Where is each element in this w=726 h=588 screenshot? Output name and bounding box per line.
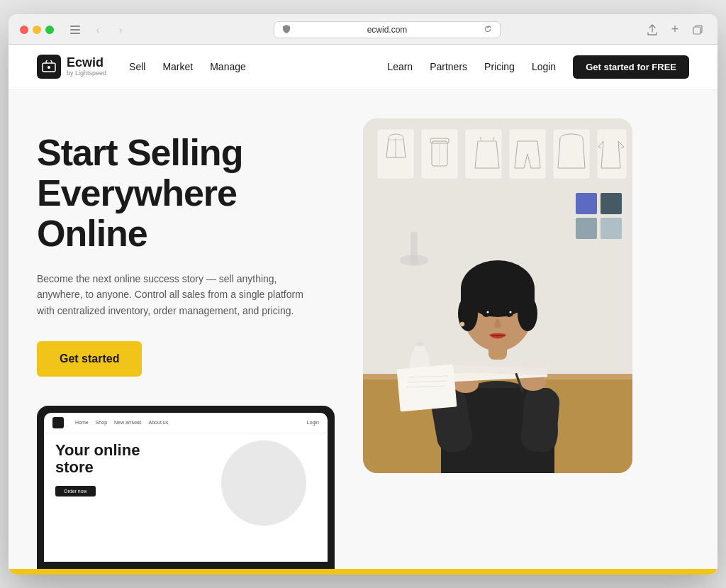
browser-window: ‹ › ecwid.com — [9, 14, 717, 575]
forward-button[interactable]: › — [111, 22, 130, 38]
nav-get-started-button[interactable]: Get started for FREE — [573, 55, 689, 79]
hero-section: Start Selling Everywhere Online Become t… — [9, 90, 717, 569]
svg-rect-2 — [70, 33, 80, 34]
svg-rect-20 — [601, 193, 622, 214]
nav-left: Sell Market Manage — [129, 61, 387, 72]
svg-point-5 — [48, 66, 50, 69]
nav-item-manage[interactable]: Manage — [210, 61, 246, 72]
logo-tagline: by Lightspeed — [67, 70, 106, 77]
security-icon — [283, 25, 290, 35]
tablet-nav-items: Home Shop New arrivals About us — [75, 420, 168, 425]
logo-brand-name: Ecwid — [67, 56, 106, 70]
svg-rect-38 — [471, 289, 525, 310]
hero-image — [363, 118, 632, 473]
tablet-hero-title: Your online store — [55, 442, 147, 476]
traffic-lights — [20, 26, 54, 34]
svg-rect-17 — [553, 129, 590, 179]
tablet-screen: Home Shop New arrivals About us Login Yo… — [44, 413, 328, 562]
svg-rect-30 — [520, 386, 561, 453]
hero-right — [363, 118, 689, 569]
address-bar[interactable]: ecwid.com — [274, 21, 501, 38]
tablet-mockup: Home Shop New arrivals About us Login Yo… — [37, 406, 335, 569]
new-tab-button[interactable]: + — [666, 21, 683, 38]
tablet-nav-about: About us — [149, 420, 169, 425]
svg-rect-1 — [70, 29, 80, 30]
minimize-button[interactable] — [33, 26, 41, 34]
browser-actions: + — [644, 21, 706, 38]
svg-rect-24 — [411, 232, 418, 264]
svg-rect-52 — [397, 364, 457, 411]
website-content: Ecwid by Lightspeed Sell Market Manage L… — [9, 45, 717, 575]
hero-left: Start Selling Everywhere Online Become t… — [37, 118, 335, 569]
svg-point-42 — [505, 310, 513, 317]
close-button[interactable] — [20, 26, 28, 34]
svg-rect-0 — [70, 26, 80, 27]
tablet-nav-login: Login — [307, 420, 319, 425]
share-button[interactable] — [644, 21, 661, 38]
window-copy-button[interactable] — [689, 21, 706, 38]
svg-rect-21 — [576, 218, 597, 239]
window-controls: ‹ › — [65, 22, 130, 38]
svg-rect-14 — [465, 129, 502, 179]
svg-rect-3 — [693, 27, 700, 34]
back-button[interactable]: ‹ — [88, 22, 108, 38]
address-bar-wrapper: ecwid.com — [145, 21, 630, 38]
reload-icon[interactable] — [484, 25, 491, 35]
maximize-button[interactable] — [45, 26, 54, 34]
url-text: ecwid.com — [294, 25, 480, 35]
nav-right: Learn Partners Pricing Login Get started… — [387, 55, 689, 79]
svg-point-51 — [415, 342, 424, 346]
navbar: Ecwid by Lightspeed Sell Market Manage L… — [9, 45, 717, 90]
nav-item-pricing[interactable]: Pricing — [484, 61, 515, 72]
tablet-navbar: Home Shop New arrivals About us Login — [44, 413, 328, 433]
tablet-nav-new-arrivals: New arrivals — [114, 420, 142, 425]
logo-icon — [37, 55, 61, 79]
svg-point-40 — [518, 296, 537, 331]
nav-item-login[interactable]: Login — [532, 61, 556, 72]
logo-text: Ecwid by Lightspeed — [67, 56, 106, 77]
hero-description: Become the next online success story — s… — [37, 271, 306, 318]
nav-item-partners[interactable]: Partners — [430, 61, 467, 72]
yellow-strip — [9, 569, 717, 575]
browser-chrome: ‹ › ecwid.com — [9, 14, 717, 45]
svg-point-46 — [460, 322, 464, 326]
svg-rect-18 — [597, 129, 627, 179]
svg-rect-22 — [601, 218, 622, 239]
hero-get-started-button[interactable]: Get started — [37, 341, 142, 377]
hero-title: Start Selling Everywhere Online — [37, 133, 335, 255]
nav-item-market[interactable]: Market — [162, 61, 193, 72]
tablet-nav-shop: Shop — [96, 420, 107, 425]
nav-item-sell[interactable]: Sell — [129, 61, 145, 72]
svg-rect-19 — [576, 193, 597, 214]
tablet-logo-icon — [52, 417, 64, 428]
svg-point-43 — [487, 311, 489, 313]
hero-illustration — [363, 118, 632, 473]
tablet-nav-home: Home — [75, 420, 89, 425]
sidebar-toggle-button[interactable] — [65, 22, 85, 38]
svg-point-44 — [510, 311, 512, 313]
logo-area[interactable]: Ecwid by Lightspeed — [37, 55, 106, 79]
nav-item-learn[interactable]: Learn — [387, 61, 413, 72]
tablet-order-button[interactable]: Order now — [55, 486, 96, 497]
svg-point-41 — [482, 310, 491, 317]
